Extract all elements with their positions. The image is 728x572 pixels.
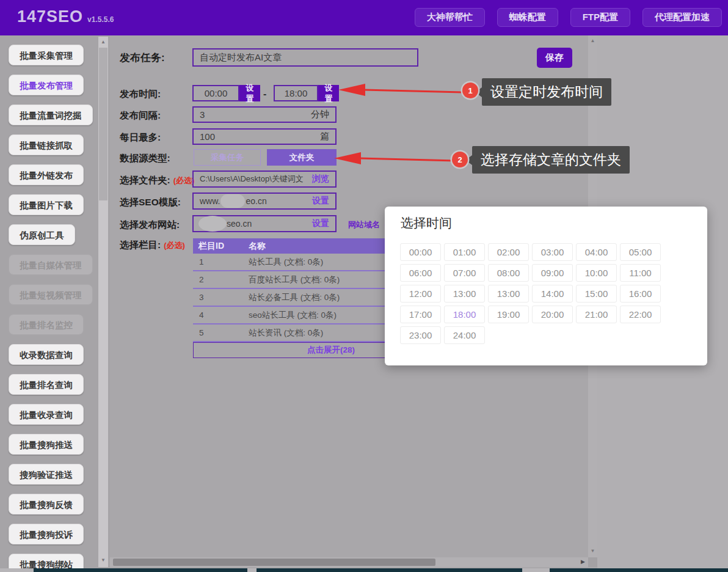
time-option[interactable]: 23:00 <box>400 326 441 344</box>
source-folder-button[interactable]: 文件夹 <box>267 149 337 166</box>
time-option[interactable]: 13:00 <box>488 285 529 302</box>
time-option[interactable]: 14:00 <box>532 285 573 302</box>
col-header-id: 栏目ID <box>193 241 249 252</box>
brand-logo: 147SEOv1.5.5.6 <box>17 7 114 26</box>
sidebar-item[interactable]: 批量流量词挖掘 <box>9 105 93 125</box>
time-options-grid: 00:0001:0002:0003:0004:0005:0006:0007:00… <box>400 243 661 344</box>
main-horizontal-scrollbar[interactable]: ▶ <box>110 557 588 567</box>
task-name-input[interactable]: 自动定时发布AI文章 <box>192 48 418 67</box>
time-option[interactable]: 00:00 <box>400 243 441 261</box>
window-bottom-edge <box>0 568 728 572</box>
sidebar-scroll-up-icon[interactable]: ▲ <box>98 38 108 46</box>
daily-unit: 篇 <box>320 131 329 142</box>
sidebar-scrollbar[interactable]: ▲ ▼ <box>98 37 108 567</box>
time-option[interactable]: 04:00 <box>576 243 617 261</box>
publish-site-input[interactable]: seo.cn 设置 <box>192 215 337 232</box>
sidebar-item[interactable]: 批量搜狗反馈 <box>9 494 84 515</box>
time-option[interactable]: 11:00 <box>620 264 661 282</box>
sidebar-item[interactable]: 批量排名监控 <box>9 314 84 335</box>
sidebar-item[interactable]: 批量短视频管理 <box>9 284 93 305</box>
folder-label: 选择文件夹:(必选) <box>120 174 194 187</box>
scrollbar-corner <box>588 557 597 567</box>
sidebar-item[interactable]: 批量发布管理 <box>9 75 84 95</box>
source-collect-task-button[interactable]: 采集任务 <box>194 149 261 166</box>
time-option[interactable]: 15:00 <box>576 285 617 302</box>
seo-template-set-link[interactable]: 设置 <box>312 196 329 207</box>
sidebar-scroll-down-icon[interactable]: ▼ <box>98 556 108 565</box>
save-button[interactable]: 保存 <box>537 48 572 68</box>
annotation-tooltip-1: 设置定时发布时间 <box>482 78 611 106</box>
publish-site-set-link[interactable]: 设置 <box>312 218 329 229</box>
row-id: 3 <box>193 293 249 302</box>
time-option[interactable]: 16:00 <box>620 285 661 302</box>
interval-input[interactable]: 3分钟 <box>192 106 337 123</box>
header-nav-button[interactable]: 蜘蛛配置 <box>497 8 558 27</box>
annotation-tooltip-2: 选择存储文章的文件夹 <box>472 146 630 174</box>
time-option[interactable]: 09:00 <box>532 264 573 282</box>
columns-label: 选择栏目:(必选) <box>120 239 185 252</box>
sidebar-item[interactable]: 批量自媒体管理 <box>9 254 93 275</box>
sidebar-item[interactable]: 伪原创工具 <box>9 224 75 245</box>
time-option[interactable]: 13:00 <box>444 285 485 302</box>
time-option[interactable]: 08:00 <box>488 264 529 282</box>
sidebar-scroll-thumb[interactable] <box>99 48 107 200</box>
sidebar-item[interactable]: 批量搜狗推送 <box>9 434 84 455</box>
sidebar-item[interactable]: 收录数据查询 <box>9 344 84 365</box>
time-option[interactable]: 06:00 <box>400 264 441 282</box>
app-window: 147SEOv1.5.5.6 大神帮帮忙蜘蛛配置FTP配置代理配置加速 批量采集… <box>0 0 728 572</box>
daily-max-label: 每日最多: <box>120 131 161 144</box>
time-option[interactable]: 07:00 <box>444 264 485 282</box>
daily-max-input[interactable]: 100篇 <box>192 128 337 145</box>
browse-link[interactable]: 浏览 <box>312 174 329 185</box>
time-end-input[interactable]: 18:00 <box>274 85 318 101</box>
row-name: 站长工具 (文档: 0条) <box>249 257 323 268</box>
redaction-blur <box>220 194 245 208</box>
sidebar-item[interactable]: 搜狗验证推送 <box>9 464 84 485</box>
row-name: seo站长工具 (文档: 0条) <box>249 310 337 321</box>
row-name: 站长必备工具 (文档: 0条) <box>249 292 340 303</box>
time-option[interactable]: 01:00 <box>444 243 485 261</box>
time-option[interactable]: 02:00 <box>488 243 529 261</box>
sidebar-item[interactable]: 批量排名查询 <box>9 374 84 395</box>
sidebar-item[interactable]: 批量图片下载 <box>9 194 84 215</box>
time-option[interactable]: 21:00 <box>576 306 617 323</box>
time-option[interactable]: 17:00 <box>400 306 441 323</box>
time-option[interactable]: 10:00 <box>576 264 617 282</box>
brand-name: 147SEO <box>17 7 83 26</box>
time-option[interactable]: 03:00 <box>532 243 573 261</box>
sidebar-item[interactable]: 批量搜狗投诉 <box>9 524 84 544</box>
time-picker-title: 选择时间 <box>401 215 452 232</box>
seo-template-input[interactable]: www.eo.cn 设置 <box>192 193 337 210</box>
folder-path-input[interactable]: C:\Users\A\Desktop\关键词文浏览 <box>192 170 337 188</box>
time-option[interactable]: 18:00 <box>444 306 485 323</box>
time-option[interactable]: 22:00 <box>620 306 661 323</box>
sidebar-item[interactable]: 批量外链发布 <box>9 164 84 185</box>
sidebar-item[interactable]: 批量链接抓取 <box>9 134 84 155</box>
header-nav-button[interactable]: FTP配置 <box>570 8 630 27</box>
sidebar-item[interactable]: 批量采集管理 <box>9 45 84 65</box>
row-name: 百度站长工具 (文档: 0条) <box>249 274 340 285</box>
time-end-set-button[interactable]: 设置 <box>318 85 339 101</box>
time-option[interactable]: 24:00 <box>444 326 485 344</box>
sidebar-item[interactable]: 批量收录查询 <box>9 404 84 425</box>
time-start-set-button[interactable]: 设置 <box>239 85 260 101</box>
row-id: 4 <box>193 310 249 320</box>
version-label: v1.5.5.6 <box>87 15 114 24</box>
interval-label: 发布间隔: <box>120 109 161 122</box>
header-nav-button[interactable]: 大神帮帮忙 <box>415 8 485 27</box>
time-option[interactable]: 05:00 <box>620 243 661 261</box>
seo-template-label: 选择SEO模版: <box>120 196 181 209</box>
time-option[interactable]: 19:00 <box>488 306 529 323</box>
time-option[interactable]: 20:00 <box>532 306 573 323</box>
interval-unit: 分钟 <box>311 109 329 120</box>
scroll-up-icon[interactable]: ▲ <box>588 38 597 43</box>
publish-time-label: 发布时间: <box>120 88 161 101</box>
time-option[interactable]: 12:00 <box>400 285 441 302</box>
scroll-right-icon[interactable]: ▶ <box>581 559 585 565</box>
required-badge: (必选) <box>173 176 195 185</box>
hscroll-thumb[interactable] <box>113 559 435 566</box>
header-nav-button[interactable]: 代理配置加速 <box>642 8 722 27</box>
row-id: 2 <box>193 275 249 284</box>
time-start-input[interactable]: 00:00 <box>192 85 239 101</box>
scroll-down-icon[interactable]: ▼ <box>588 548 597 554</box>
